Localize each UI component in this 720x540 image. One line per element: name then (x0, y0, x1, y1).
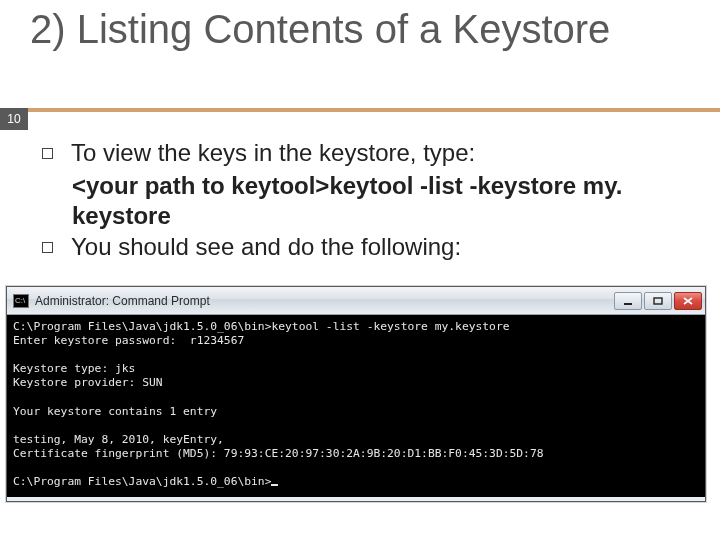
window-titlebar: C:\ Administrator: Command Prompt (7, 287, 705, 315)
command-prefix: <your path to keytool> (72, 172, 329, 199)
bullet-item: You should see and do the following: (42, 232, 682, 263)
slide-title: 2) Listing Contents of a Keystore (30, 6, 690, 52)
page-number-badge: 10 (0, 108, 28, 130)
svg-rect-1 (654, 298, 662, 304)
console-text: C:\Program Files\Java\jdk1.5.0_06\bin>ke… (13, 320, 544, 488)
console-output: C:\Program Files\Java\jdk1.5.0_06\bin>ke… (7, 315, 705, 501)
bullet-text: You should see and do the following: (71, 232, 682, 263)
minimize-button[interactable] (614, 292, 642, 310)
window-title: Administrator: Command Prompt (35, 294, 614, 308)
window-buttons (614, 292, 705, 310)
command-example: <your path to keytool>keytool -list -key… (42, 171, 682, 232)
bullet-item: To view the keys in the keystore, type: (42, 138, 682, 169)
bullet-marker-icon (42, 148, 53, 159)
close-button[interactable] (674, 292, 702, 310)
svg-rect-0 (624, 303, 632, 305)
body-content: To view the keys in the keystore, type: … (42, 138, 682, 265)
title-underline (0, 108, 720, 112)
cmd-prompt-icon: C:\ (13, 294, 29, 308)
slide: 2) Listing Contents of a Keystore 10 To … (0, 0, 720, 540)
command-prompt-window: C:\ Administrator: Command Prompt C:\Pro… (6, 286, 706, 502)
cursor-icon (271, 484, 278, 486)
bullet-marker-icon (42, 242, 53, 253)
maximize-button[interactable] (644, 292, 672, 310)
bullet-text: To view the keys in the keystore, type: (71, 138, 682, 169)
